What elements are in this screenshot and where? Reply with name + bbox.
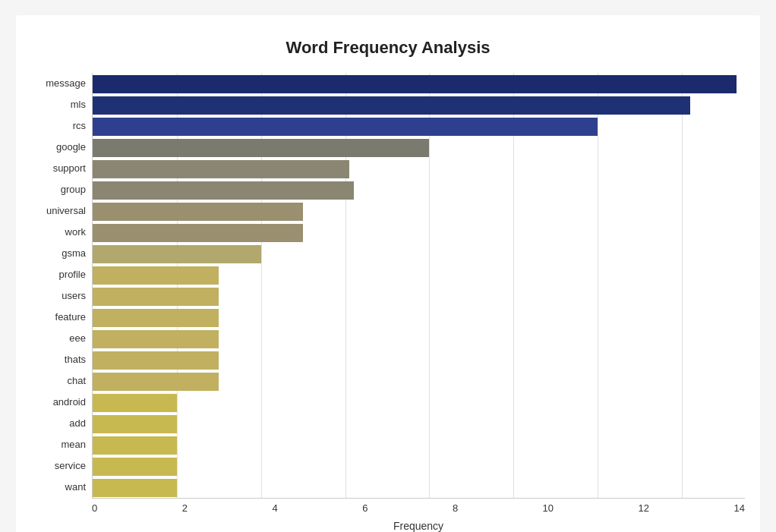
x-axis-area: 02468101214 Frequency (92, 498, 745, 532)
y-label-google: google (56, 137, 86, 158)
y-label-group: group (61, 179, 86, 200)
bar-google (93, 139, 429, 157)
y-label-support: support (53, 158, 86, 179)
bar-row-thats (93, 349, 745, 370)
bar-rcs (93, 118, 598, 136)
bar-group (93, 181, 354, 200)
y-label-want: want (65, 477, 86, 498)
bar-row-want (93, 477, 745, 498)
bar-feature (93, 309, 219, 327)
bar-service (93, 458, 177, 476)
bar-support (93, 160, 349, 178)
bar-gsma (93, 245, 261, 263)
bar-row-support (93, 158, 745, 179)
x-axis-title: Frequency (92, 520, 745, 532)
bar-row-message (93, 73, 745, 94)
y-label-gsma: gsma (62, 243, 86, 264)
x-tick-12: 12 (639, 502, 649, 514)
x-tick-4: 4 (272, 502, 277, 514)
bar-row-users (93, 285, 745, 307)
y-label-universal: universal (46, 200, 86, 222)
bar-message (93, 75, 737, 93)
x-tick-8: 8 (453, 502, 458, 514)
y-label-mean: mean (61, 434, 86, 455)
y-label-work: work (65, 222, 86, 243)
y-label-profile: profile (59, 264, 86, 285)
y-label-users: users (62, 285, 86, 307)
bar-row-eee (93, 328, 745, 349)
bar-row-chat (93, 370, 745, 392)
y-label-thats: thats (65, 349, 86, 370)
bar-work (93, 224, 303, 242)
chart-container: Word Frequency Analysis messagemlsrcsgoo… (16, 15, 760, 532)
y-label-eee: eee (69, 328, 86, 349)
bar-row-gsma (93, 243, 745, 264)
bar-row-profile (93, 264, 745, 285)
bar-thats (93, 351, 219, 370)
chart-title: Word Frequency Analysis (31, 38, 745, 58)
chart-area: messagemlsrcsgooglesupportgroupuniversal… (31, 73, 745, 532)
bar-row-service (93, 455, 745, 477)
x-tick-labels: 02468101214 (92, 502, 745, 514)
bar-chat (93, 373, 219, 391)
bar-android (93, 394, 177, 412)
bar-row-mls (93, 94, 745, 115)
y-label-service: service (55, 455, 86, 477)
bar-row-feature (93, 307, 745, 328)
y-label-add: add (69, 413, 86, 434)
bar-eee (93, 330, 219, 348)
bar-row-universal (93, 200, 745, 222)
y-labels: messagemlsrcsgooglesupportgroupuniversal… (31, 73, 92, 498)
x-tick-6: 6 (362, 502, 367, 514)
bar-row-work (93, 222, 745, 243)
x-axis-line (92, 498, 745, 499)
bar-universal (93, 203, 303, 221)
bar-mls (93, 96, 690, 115)
x-tick-14: 14 (734, 502, 745, 514)
bar-users (93, 288, 219, 306)
x-tick-2: 2 (182, 502, 188, 514)
bar-row-group (93, 179, 745, 200)
y-label-chat: chat (67, 370, 86, 392)
bar-row-google (93, 137, 745, 158)
bars-and-labels: messagemlsrcsgooglesupportgroupuniversal… (31, 73, 745, 498)
bars-area (92, 73, 745, 498)
bar-row-android (93, 392, 745, 413)
x-tick-10: 10 (543, 502, 554, 514)
bar-row-add (93, 413, 745, 434)
bar-row-rcs (93, 115, 745, 137)
y-label-message: message (46, 73, 86, 94)
y-label-feature: feature (55, 307, 86, 328)
bar-want (93, 479, 177, 497)
y-label-rcs: rcs (73, 115, 86, 137)
bar-mean (93, 436, 177, 455)
bar-add (93, 415, 177, 433)
bar-row-mean (93, 434, 745, 455)
y-label-mls: mls (71, 94, 86, 115)
y-label-android: android (53, 392, 86, 413)
x-tick-0: 0 (92, 502, 97, 514)
bar-profile (93, 266, 219, 285)
